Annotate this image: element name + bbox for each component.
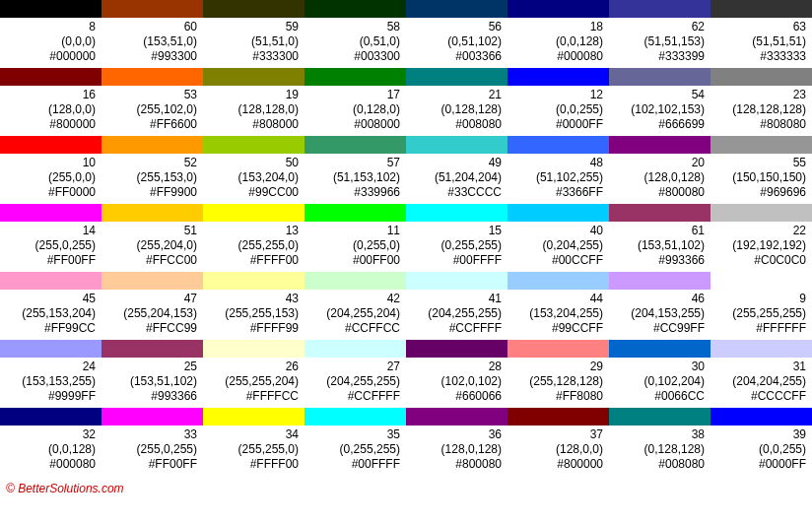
color-info: 46(204,153,255)#CC99FF [609,290,710,340]
color-id: 22 [710,224,806,238]
color-hex: #CCFFFF [406,321,502,336]
color-info: 40(0,204,255)#00CCFF [508,222,609,272]
color-hex: #FFFFCC [203,389,299,404]
color-hex: #CC99FF [609,321,705,336]
color-info: 9(255,255,255)#FFFFFF [710,290,812,340]
color-info: 26(255,255,204)#FFFFCC [203,358,304,408]
color-rgb: (128,128,0) [203,102,299,117]
color-rgb: (128,0,0) [508,442,603,457]
color-id: 41 [406,292,502,306]
color-hex: #808080 [710,117,806,132]
color-cell: 60(153,51,0)#993300 [102,0,203,68]
color-cell: 42(204,255,204)#CCFFCC [304,272,406,340]
color-cell: 39(0,0,255)#0000FF [710,408,812,476]
color-cell: 16(128,0,0)#800000 [0,68,102,136]
color-info: 36(128,0,128)#800080 [406,426,508,476]
color-info: 14(255,0,255)#FF00FF [0,222,102,272]
color-cell: 63(51,51,51)#333333 [710,0,812,68]
color-cell: 43(255,255,153)#FFFF99 [203,272,304,340]
color-swatch [203,0,304,18]
color-id: 11 [304,224,400,238]
color-id: 29 [508,360,603,374]
color-info: 48(51,102,255)#3366FF [508,154,609,204]
color-info: 11(0,255,0)#00FF00 [304,222,406,272]
color-info: 31(204,204,255)#CCCCFF [710,358,812,408]
color-hex: #3366FF [508,185,603,200]
color-id: 16 [0,88,96,102]
color-id: 34 [203,427,299,442]
color-hex: #C0C0C0 [710,253,806,268]
color-cell: 35(0,255,255)#00FFFF [304,408,406,476]
color-id: 56 [406,20,502,34]
color-rgb: (0,255,255) [304,442,400,457]
color-cell: 50(153,204,0)#99CC00 [203,136,304,204]
color-cell: 37(128,0,0)#800000 [508,408,609,476]
color-swatch [0,136,102,154]
color-rgb: (150,150,150) [710,170,806,185]
color-info: 38(0,128,128)#008080 [609,426,710,476]
color-rgb: (204,153,255) [609,306,705,321]
color-hex: #993366 [102,389,197,404]
color-rgb: (255,0,255) [0,238,96,253]
color-cell: 8(0,0,0)#000000 [0,0,102,68]
color-swatch [609,0,710,18]
color-swatch [406,136,508,154]
color-info: 60(153,51,0)#993300 [102,18,203,68]
color-id: 21 [406,88,502,102]
color-swatch [102,340,203,358]
color-info: 28(102,0,102)#660066 [406,358,508,408]
color-hex: #000080 [508,49,603,64]
color-id: 62 [609,20,705,34]
color-id: 17 [304,88,400,102]
color-rgb: (255,255,204) [203,374,299,389]
color-id: 12 [508,88,603,102]
color-info: 23(128,128,128)#808080 [710,86,812,136]
color-hex: #33CCCC [406,185,502,200]
color-hex: #FF9900 [102,185,197,200]
color-hex: #00FFFF [406,253,502,268]
color-id: 9 [710,292,806,306]
color-id: 45 [0,292,96,306]
color-swatch [0,408,102,426]
color-swatch [304,204,406,222]
color-info: 34(255,255,0)#FFFF00 [203,426,304,476]
color-swatch [609,340,710,358]
color-info: 8(0,0,0)#000000 [0,18,102,68]
color-hex: #666699 [609,117,705,132]
color-info: 63(51,51,51)#333333 [710,18,812,68]
color-rgb: (255,204,153) [102,306,197,321]
color-info: 35(0,255,255)#00FFFF [304,426,406,476]
color-cell: 46(204,153,255)#CC99FF [609,272,710,340]
color-cell: 25(153,51,102)#993366 [102,340,203,408]
color-id: 32 [0,427,96,442]
color-rgb: (255,153,204) [0,306,96,321]
color-rgb: (128,128,128) [710,102,806,117]
color-cell: 41(204,255,255)#CCFFFF [406,272,508,340]
color-rgb: (128,0,0) [0,102,96,117]
color-id: 39 [710,427,806,442]
color-cell: 17(0,128,0)#008000 [304,68,406,136]
color-hex: #FFCC00 [102,253,197,268]
color-swatch [508,0,609,18]
color-rgb: (0,128,128) [609,442,705,457]
color-rgb: (255,153,0) [102,170,197,185]
color-rgb: (51,204,204) [406,170,502,185]
color-swatch [0,340,102,358]
color-hex: #CCFFCC [304,321,400,336]
color-swatch [304,408,406,426]
color-id: 15 [406,224,502,238]
color-cell: 14(255,0,255)#FF00FF [0,204,102,272]
color-hex: #808000 [203,117,299,132]
color-rgb: (255,0,255) [102,442,197,457]
color-swatch [102,136,203,154]
color-id: 60 [102,20,197,34]
color-hex: #660066 [406,389,502,404]
color-swatch [0,68,102,86]
color-rgb: (255,128,128) [508,374,603,389]
color-cell: 56(0,51,102)#003366 [406,0,508,68]
color-rgb: (102,102,153) [609,102,705,117]
color-id: 19 [203,88,299,102]
color-swatch [609,408,710,426]
color-hex: #800000 [508,457,603,472]
color-cell: 53(255,102,0)#FF6600 [102,68,203,136]
